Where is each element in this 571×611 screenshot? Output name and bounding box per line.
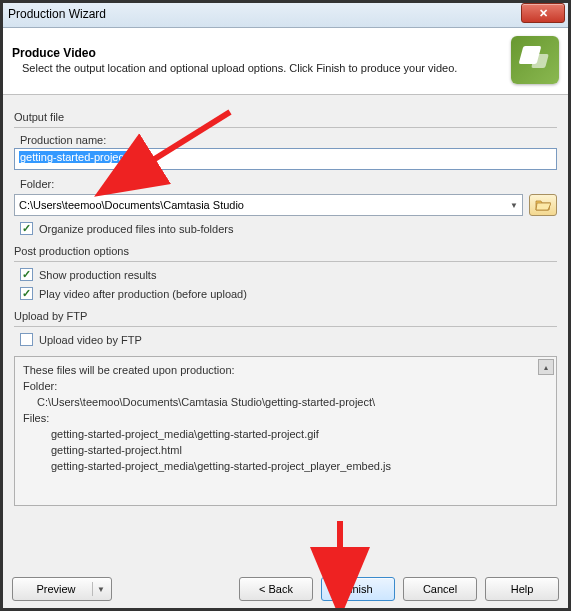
page-title: Produce Video	[12, 46, 499, 60]
folder-label: Folder:	[20, 178, 557, 190]
separator	[14, 261, 557, 262]
separator	[14, 326, 557, 327]
organize-label: Organize produced files into sub-folders	[39, 223, 233, 235]
ftp-label: Upload video by FTP	[39, 334, 142, 346]
separator	[14, 127, 557, 128]
file-item: getting-started-project_media\getting-st…	[23, 459, 548, 475]
chevron-down-icon: ▼	[97, 585, 105, 594]
browse-folder-button[interactable]	[529, 194, 557, 216]
preview-button[interactable]: Preview ▼	[12, 577, 112, 601]
page-description: Select the output location and optional …	[12, 62, 499, 74]
group-ftp: Upload by FTP	[14, 310, 557, 322]
ftp-checkbox[interactable]	[20, 333, 33, 346]
files-intro: These files will be created upon product…	[23, 363, 548, 379]
titlebar: Production Wizard ✕	[0, 0, 571, 28]
header-panel: Produce Video Select the output location…	[0, 28, 571, 95]
folder-dropdown[interactable]: C:\Users\teemoo\Documents\Camtasia Studi…	[14, 194, 523, 216]
files-folder-label: Folder:	[23, 379, 548, 395]
chevron-down-icon: ▼	[510, 201, 518, 210]
file-item: getting-started-project.html	[23, 443, 548, 459]
files-files-label: Files:	[23, 411, 548, 427]
close-button[interactable]: ✕	[521, 3, 565, 23]
folder-open-icon	[535, 198, 551, 212]
file-item: getting-started-project_media\getting-st…	[23, 427, 548, 443]
production-name-value: getting-started-project	[19, 151, 128, 163]
cancel-button[interactable]: Cancel	[403, 577, 477, 601]
scroll-up-button[interactable]: ▴	[538, 359, 554, 375]
close-icon: ✕	[539, 7, 548, 20]
folder-value: C:\Users\teemoo\Documents\Camtasia Studi…	[19, 199, 244, 211]
production-name-input[interactable]: getting-started-project	[14, 148, 557, 170]
production-name-label: Production name:	[20, 134, 557, 146]
files-folder-path: C:\Users\teemoo\Documents\Camtasia Studi…	[23, 395, 548, 411]
camtasia-logo-icon	[511, 36, 559, 84]
show-results-checkbox[interactable]	[20, 268, 33, 281]
finish-button[interactable]: Finish	[321, 577, 395, 601]
help-button[interactable]: Help	[485, 577, 559, 601]
play-after-checkbox[interactable]	[20, 287, 33, 300]
window-title: Production Wizard	[8, 7, 571, 21]
preview-label: Preview	[36, 583, 75, 595]
show-results-label: Show production results	[39, 269, 156, 281]
group-output-file: Output file	[14, 111, 557, 123]
button-bar: Preview ▼ < Back Finish Cancel Help	[0, 571, 571, 611]
organize-checkbox[interactable]	[20, 222, 33, 235]
group-post-production: Post production options	[14, 245, 557, 257]
play-after-label: Play video after production (before uplo…	[39, 288, 247, 300]
back-button[interactable]: < Back	[239, 577, 313, 601]
files-preview-box: ▴ These files will be created upon produ…	[14, 356, 557, 506]
